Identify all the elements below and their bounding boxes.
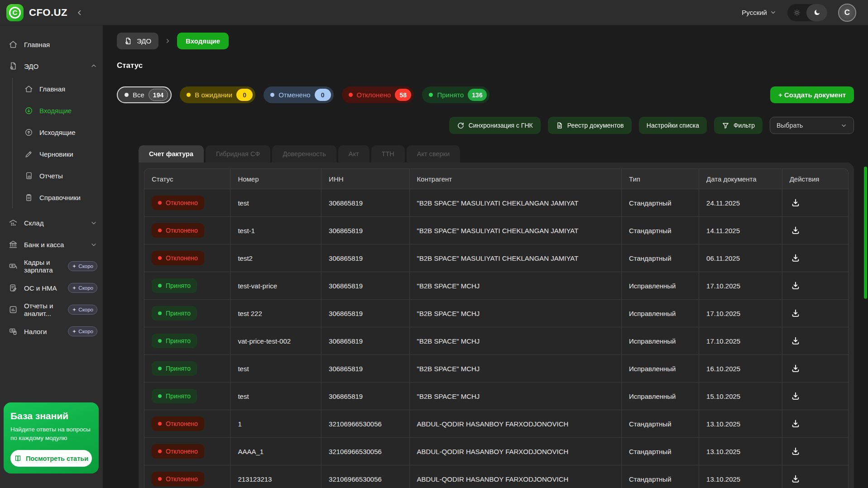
download-icon xyxy=(791,474,801,484)
cell-type: Стандартный xyxy=(622,438,699,465)
status-filter-pill[interactable]: Отклонено 58 xyxy=(342,86,414,103)
theme-toggle[interactable] xyxy=(787,4,827,21)
brand-name: CFO.UZ xyxy=(29,7,67,19)
sidebar-item-assets[interactable]: ОС и НМА Скоро xyxy=(0,277,103,299)
status-filter-count: 58 xyxy=(395,89,411,101)
funnel-icon xyxy=(722,122,729,129)
sidebar-item-warehouse[interactable]: Склад xyxy=(0,212,103,234)
status-label: Отклонено xyxy=(166,475,198,483)
document-type-tab[interactable]: Доверенность xyxy=(272,145,336,163)
table-row: Отклонено test-1 306865819 "B2B SPACE" M… xyxy=(144,217,849,244)
sidebar-item-edo[interactable]: ЭДО xyxy=(0,55,103,77)
sidebar-item-home[interactable]: Главная xyxy=(0,33,103,55)
status-dot xyxy=(270,93,274,97)
list-settings-button[interactable]: Настройки списка xyxy=(639,117,707,134)
status-badge: Отклонено xyxy=(152,251,204,265)
filter-button[interactable]: Фильтр xyxy=(714,117,762,134)
brand-logo-letter: C xyxy=(9,7,21,19)
sidebar-item-payroll[interactable]: Кадры и зарплата Скоро xyxy=(0,255,103,277)
status-dot xyxy=(349,93,353,97)
create-document-button[interactable]: + Создать документ xyxy=(770,86,854,103)
document-type-tab[interactable]: ТТН xyxy=(371,145,405,163)
main-content: ЭДО Входящие Статус Все 194 В ожидании 0 xyxy=(103,25,868,488)
status-label: Отклонено xyxy=(166,199,198,206)
table-row: Принято test 222 306865819 "B2B SPACE" M… xyxy=(144,300,849,327)
cell-number: AAAA_1 xyxy=(230,438,321,465)
status-badge: Отклонено xyxy=(152,223,204,238)
sidebar-item-incoming[interactable]: Входящие xyxy=(13,100,103,121)
sidebar-item-label: Кадры и зарплата xyxy=(24,258,62,274)
download-button[interactable] xyxy=(790,197,801,209)
sidebar-item-analytics[interactable]: Отчеты и аналит... Скоро xyxy=(0,299,103,321)
download-icon xyxy=(791,391,801,401)
vertical-scrollbar[interactable] xyxy=(864,167,867,299)
status-filter-pill[interactable]: Отменено 0 xyxy=(264,86,333,103)
sync-gnk-button[interactable]: Синхронизация с ГНК xyxy=(449,117,541,134)
money-icon xyxy=(8,327,18,336)
status-dot xyxy=(429,93,433,97)
cell-contractor: "B2B SPACE" MCHJ xyxy=(410,300,622,327)
status-filter-count: 194 xyxy=(149,89,168,101)
knowledge-base-subtitle: Найдите ответы на вопросы по каждому мод… xyxy=(10,426,92,443)
language-selector[interactable]: Русский xyxy=(742,9,777,16)
breadcrumb-edo[interactable]: ЭДО xyxy=(117,33,158,49)
sidebar-item-edo-home[interactable]: Главная xyxy=(13,78,103,100)
cell-date: 24.11.2025 xyxy=(699,189,782,217)
download-button[interactable] xyxy=(790,363,801,374)
sidebar-item-drafts[interactable]: Черновики xyxy=(13,143,103,165)
sidebar-item-directories[interactable]: Справочники xyxy=(13,187,103,208)
cell-date: 06.11.2025 xyxy=(699,244,782,272)
language-label: Русский xyxy=(742,9,767,16)
user-avatar[interactable]: C xyxy=(838,4,856,22)
status-filter-pill[interactable]: Принято 136 xyxy=(422,86,489,103)
col-number: Номер xyxy=(230,168,321,189)
document-registry-button[interactable]: Реестр документов xyxy=(548,117,632,134)
cell-number: test xyxy=(230,383,321,410)
sidebar-item-label: Налоги xyxy=(24,328,47,335)
sidebar-item-bank[interactable]: Банк и касса xyxy=(0,234,103,255)
document-type-tab[interactable]: Счет фактура xyxy=(139,145,204,163)
download-icon xyxy=(791,225,801,235)
download-button[interactable] xyxy=(790,307,801,319)
cell-type: Исправленный xyxy=(622,300,699,327)
cell-contractor: ABDUL-QODIR HASANBOY FARXODJONOVICH xyxy=(410,438,622,465)
sidebar-item-outgoing[interactable]: Исходящие xyxy=(13,121,103,143)
status-dot xyxy=(158,450,162,453)
breadcrumb-incoming[interactable]: Входящие xyxy=(177,33,229,49)
select-dropdown[interactable]: Выбрать xyxy=(770,117,854,134)
sidebar-item-reports[interactable]: Отчеты xyxy=(13,165,103,187)
col-inn: ИНН xyxy=(321,168,409,189)
soon-badge: Скоро xyxy=(68,261,97,271)
cell-number: test-1 xyxy=(230,217,321,244)
document-type-tab[interactable]: Акт сверки xyxy=(407,145,460,163)
table-header-row: Статус Номер ИНН Контрагент Тип Дата док… xyxy=(144,168,849,189)
sidebar-item-taxes[interactable]: Налоги Скоро xyxy=(0,321,103,342)
sidebar-item-label: Главная xyxy=(24,41,50,48)
arrow-down-circle-icon xyxy=(24,106,34,115)
moon-icon xyxy=(806,4,827,21)
download-button[interactable] xyxy=(790,445,801,457)
status-filter-pill[interactable]: Все 194 xyxy=(117,86,172,103)
document-type-tab[interactable]: Гибридная СФ xyxy=(206,145,271,163)
status-label: Принято xyxy=(166,365,191,372)
status-filter-count: 0 xyxy=(315,89,331,101)
download-button[interactable] xyxy=(790,335,801,347)
download-button[interactable] xyxy=(790,280,801,292)
col-contractor: Контрагент xyxy=(410,168,622,189)
download-button[interactable] xyxy=(790,473,801,485)
sidebar-collapse-button[interactable] xyxy=(76,9,84,17)
download-button[interactable] xyxy=(790,225,801,236)
download-button[interactable] xyxy=(790,252,801,264)
cell-inn: 32106966530056 xyxy=(321,465,409,488)
download-button[interactable] xyxy=(790,390,801,402)
status-filter-pill[interactable]: В ожидании 0 xyxy=(180,86,255,103)
cell-date: 17.10.2025 xyxy=(699,272,782,300)
view-articles-button[interactable]: Посмотреть статьи xyxy=(10,450,92,467)
document-type-tab[interactable]: Акт xyxy=(338,145,369,163)
cell-date: 13.10.2025 xyxy=(699,410,782,438)
sparkle-icon xyxy=(72,286,77,290)
status-dot xyxy=(187,93,191,97)
status-filter-group: Все 194 В ожидании 0 Отменено 0 xyxy=(117,86,489,103)
download-button[interactable] xyxy=(790,418,801,430)
report-document-icon xyxy=(24,172,34,180)
